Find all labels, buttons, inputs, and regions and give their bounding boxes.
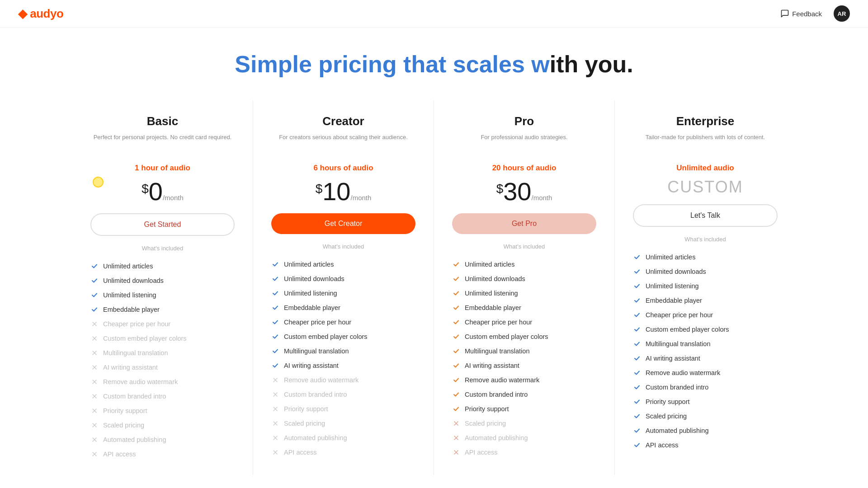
plan-btn-creator[interactable]: Get Creator — [271, 213, 415, 234]
feature-item: Custom embed player colors — [452, 329, 596, 344]
feature-label: Scaled pricing — [646, 413, 687, 420]
feature-item: Priority support — [90, 404, 235, 418]
feature-label: Unlimited downloads — [465, 275, 525, 282]
feedback-button[interactable]: Feedback — [776, 6, 826, 21]
feature-label: Embeddable player — [465, 304, 521, 311]
feature-label: AI writing assistant — [646, 355, 700, 362]
plan-price-creator: $10/month — [271, 179, 415, 204]
check-icon — [452, 390, 460, 399]
feature-item: Automated publishing — [633, 423, 778, 438]
check-icon — [271, 289, 279, 297]
check-icon — [633, 369, 641, 377]
plan-btn-enterprise[interactable]: Let's Talk — [633, 204, 778, 227]
plan-audio-pro: 20 hours of audio — [452, 164, 596, 173]
feature-item: Multilingual translation — [633, 337, 778, 351]
feature-label: Unlimited articles — [646, 253, 695, 261]
plan-currency: $ — [142, 183, 149, 195]
feature-item: Scaled pricing — [452, 416, 596, 431]
check-icon — [452, 289, 460, 297]
plan-btn-pro[interactable]: Get Pro — [452, 213, 596, 234]
plan-btn-basic[interactable]: Get Started — [90, 213, 235, 236]
feature-label: Multilingual translation — [103, 349, 168, 357]
feature-label: Unlimited listening — [103, 291, 156, 299]
check-icon — [633, 441, 641, 449]
check-icon — [452, 304, 460, 312]
feature-item: Remove audio watermark — [452, 373, 596, 387]
check-icon — [452, 361, 460, 370]
cross-icon — [271, 405, 279, 413]
check-icon — [633, 398, 641, 406]
feature-label: Remove audio watermark — [465, 376, 539, 384]
feature-item: Remove audio watermark — [633, 366, 778, 380]
check-icon — [452, 275, 460, 283]
check-icon — [633, 354, 641, 362]
main-content: Simple pricing that scales with you. Bas… — [0, 28, 868, 488]
feature-label: API access — [646, 441, 679, 449]
feature-item: Priority support — [452, 402, 596, 416]
logo: ◆ audyo — [18, 7, 63, 21]
feature-label: Unlimited downloads — [284, 275, 344, 282]
feature-item: Unlimited articles — [633, 250, 778, 264]
feature-item: API access — [633, 438, 778, 452]
feature-item: Cheaper price per hour — [90, 317, 235, 331]
cross-icon — [452, 419, 460, 427]
feature-item: Embeddable player — [271, 300, 415, 315]
plan-desc-basic: Perfect for personal projects. No credit… — [90, 133, 235, 155]
feature-label: API access — [284, 449, 317, 456]
plan-price-pro: $30/month — [452, 179, 596, 204]
feature-item: Multilingual translation — [271, 344, 415, 358]
feature-item: Custom branded intro — [90, 389, 235, 404]
check-icon — [633, 311, 641, 319]
feature-item: AI writing assistant — [90, 360, 235, 375]
page-title-highlight: Simple pricing that scales w — [235, 51, 549, 77]
feature-label: AI writing assistant — [465, 362, 519, 369]
check-icon — [452, 260, 460, 268]
avatar[interactable]: AR — [834, 5, 850, 22]
feedback-label: Feedback — [792, 10, 822, 18]
check-icon — [90, 262, 99, 270]
feature-item: Custom embed player colors — [633, 322, 778, 337]
feature-item: Embeddable player — [452, 300, 596, 315]
cross-icon — [90, 363, 99, 371]
whats-included-basic: What's included — [90, 245, 235, 252]
plan-price-basic: $0/month — [90, 179, 235, 204]
feature-label: Multilingual translation — [465, 347, 529, 355]
features-list-enterprise: Unlimited articlesUnlimited downloadsUnl… — [633, 250, 778, 452]
feature-label: Custom branded intro — [465, 391, 528, 398]
plan-card-basic: BasicPerfect for personal projects. No c… — [72, 101, 253, 475]
feature-label: Automated publishing — [646, 427, 708, 434]
check-icon — [633, 296, 641, 305]
feature-item: Custom branded intro — [452, 387, 596, 402]
cross-icon — [90, 320, 99, 328]
page-title: Simple pricing that scales with you. — [45, 50, 823, 78]
feature-item: Scaled pricing — [271, 416, 415, 431]
cross-icon — [90, 349, 99, 357]
plan-audio-enterprise: Unlimited audio — [633, 164, 778, 173]
feature-item: Unlimited downloads — [271, 272, 415, 286]
whats-included-creator: What's included — [271, 243, 415, 250]
feature-label: Unlimited downloads — [646, 268, 706, 275]
feature-label: Embeddable player — [103, 306, 160, 313]
feature-label: Unlimited listening — [465, 290, 518, 297]
feature-label: Unlimited downloads — [103, 277, 164, 284]
cross-icon — [452, 448, 460, 456]
feature-item: API access — [90, 447, 235, 461]
feature-label: Unlimited articles — [465, 261, 514, 268]
feature-item: Remove audio watermark — [271, 373, 415, 387]
feature-item: Multilingual translation — [90, 346, 235, 360]
feature-label: Embeddable player — [284, 304, 340, 311]
feature-label: AI writing assistant — [103, 364, 158, 371]
feature-item: Automated publishing — [90, 432, 235, 447]
plan-name-creator: Creator — [271, 114, 415, 128]
feature-label: Priority support — [646, 398, 690, 405]
feature-item: Scaled pricing — [90, 418, 235, 432]
check-icon — [452, 347, 460, 355]
feature-label: AI writing assistant — [284, 362, 339, 369]
check-icon — [452, 333, 460, 341]
feature-item: Unlimited listening — [90, 288, 235, 302]
feature-item: AI writing assistant — [452, 358, 596, 373]
cross-icon — [271, 376, 279, 384]
feature-item: Unlimited listening — [452, 286, 596, 300]
plan-desc-creator: For creators serious about scaling their… — [271, 133, 415, 155]
feature-item: Cheaper price per hour — [271, 315, 415, 329]
